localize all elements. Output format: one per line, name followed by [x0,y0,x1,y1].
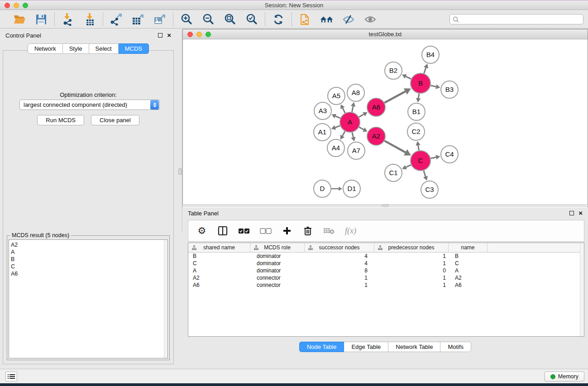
table-row[interactable]: Bdominator41B [188,253,584,260]
vertical-split-handle[interactable] [178,168,182,175]
cell-shared-name[interactable]: A [188,267,250,274]
table-row[interactable]: Cdominator41C [188,260,584,267]
horizontal-split-divider[interactable] [182,204,588,207]
cell-predecessor-nodes[interactable]: 1 [374,253,449,259]
run-mcds-button[interactable]: Run MCDS [37,115,84,125]
import-table-icon[interactable] [83,13,96,26]
graph-node-A5[interactable]: A5 [328,87,345,105]
graph-node-A4[interactable]: A4 [327,139,344,157]
graph-node-C2[interactable]: C2 [407,123,425,140]
cell-MCDS-role[interactable]: dominator [250,253,305,259]
result-item[interactable]: C [11,263,167,270]
cell-MCDS-role[interactable]: dominator [250,260,305,267]
cell-predecessor-nodes[interactable]: 1 [374,275,449,281]
cell-shared-name[interactable]: A2 [188,275,250,281]
tab-network[interactable]: Network [28,43,63,54]
zoom-out-icon[interactable] [201,13,215,26]
memory-button[interactable]: Memory [545,372,584,381]
graph-node-B2[interactable]: B2 [385,62,402,79]
column-header-shared-name[interactable]: shared name [188,243,250,252]
refresh-icon[interactable] [272,13,285,26]
column-header-MCDS-role[interactable]: MCDS role [250,243,305,252]
graph-node-D[interactable]: D [314,180,331,197]
mcds-result-list[interactable]: A2ABCA6 [9,239,168,358]
result-item[interactable]: A [11,248,167,256]
cell-successor-nodes[interactable]: 4 [305,260,374,267]
close-panel-button[interactable]: Close panel [91,115,139,125]
result-item[interactable]: A2 [11,241,167,248]
graph-node-B4[interactable]: B4 [422,46,439,63]
tab-motifs[interactable]: Motifs [440,342,471,352]
cell-shared-name[interactable]: C [188,260,250,267]
tab-mcds[interactable]: MCDS [119,43,149,54]
cell-successor-nodes[interactable]: 8 [305,267,374,274]
float-panel-icon[interactable] [158,33,163,38]
show-columns-icon[interactable] [217,224,228,237]
graph-node-A6[interactable]: A6 [367,98,385,116]
table-row[interactable]: A6connector11A6 [188,281,584,289]
new-network-file-icon[interactable] [298,13,312,26]
graph-node-A8[interactable]: A8 [347,84,364,101]
column-header-predecessor-nodes[interactable]: predecessor nodes [374,243,449,252]
export-table-icon[interactable] [131,13,145,26]
delete-column-icon[interactable] [302,224,313,237]
tab-node-table[interactable]: Node Table [299,342,344,352]
graph-node-C4[interactable]: C4 [441,146,458,163]
cell-successor-nodes[interactable]: 1 [305,275,374,281]
result-scrollbar[interactable] [164,240,167,358]
graph-node-A7[interactable]: A7 [348,142,365,159]
table-row[interactable]: Adominator80A [188,267,584,274]
task-history-button[interactable] [5,372,17,381]
cell-MCDS-role[interactable]: connector [250,275,305,281]
tab-select[interactable]: Select [89,43,119,54]
float-table-panel-icon[interactable] [569,211,574,215]
graph-node-B[interactable]: B [411,73,430,93]
table-settings-gear-icon[interactable]: ⚙ [196,224,207,237]
open-session-icon[interactable] [13,13,26,26]
graph-node-B3[interactable]: B3 [441,81,458,98]
result-item[interactable]: B [11,256,167,263]
cell-successor-nodes[interactable]: 4 [305,253,374,259]
cell-name[interactable]: B [449,253,488,259]
horizontal-split-handle[interactable] [382,204,389,207]
import-network-icon[interactable] [61,13,75,26]
criterion-dropdown[interactable]: largest connected component (directed) [19,100,160,110]
zoom-in-icon[interactable] [180,13,193,26]
graph-node-A3[interactable]: A3 [314,102,331,119]
cell-shared-name[interactable]: A6 [188,282,250,288]
table-row[interactable]: A2connector11A2 [188,274,584,281]
save-session-icon[interactable] [34,13,48,26]
graph-node-D1[interactable]: D1 [343,180,360,197]
network-canvas[interactable]: B4B2BB3A5A8A6A3B1AA1C2A2A4A7CC4C1C3DD1 [183,40,587,231]
zoom-fit-icon[interactable] [223,13,237,26]
graph-node-C3[interactable]: C3 [421,181,438,198]
deselect-all-columns-icon[interactable] [260,224,272,237]
column-header-successor-nodes[interactable]: successor nodes [305,243,374,252]
home-networks-icon[interactable] [320,13,334,26]
zoom-selected-icon[interactable] [245,13,258,26]
cell-name[interactable]: A2 [449,275,488,281]
cell-name[interactable]: A [449,267,488,274]
graph-node-C1[interactable]: C1 [385,164,402,181]
tab-style[interactable]: Style [63,43,89,54]
cell-shared-name[interactable]: B [188,253,250,259]
show-details-icon[interactable] [363,13,377,26]
export-network-icon[interactable] [110,13,123,26]
graph-node-A2[interactable]: A2 [367,127,385,145]
table-scrollbar[interactable] [580,243,584,336]
graph-node-A[interactable]: A [340,112,360,132]
cell-MCDS-role[interactable]: connector [250,282,305,288]
cell-predecessor-nodes[interactable]: 1 [374,282,449,288]
hide-details-icon[interactable] [342,13,355,26]
export-image-icon[interactable] [153,13,167,26]
cell-successor-nodes[interactable]: 1 [305,282,374,288]
column-header-name[interactable]: name [449,243,488,252]
cell-name[interactable]: A6 [449,282,488,288]
tab-edge-table[interactable]: Edge Table [344,342,388,352]
cell-name[interactable]: C [449,260,488,267]
select-all-columns-icon[interactable] [238,224,250,237]
result-item[interactable]: A6 [11,270,167,277]
cell-MCDS-role[interactable]: dominator [250,267,305,274]
close-panel-icon[interactable]: × [167,33,171,38]
graph-node-B1[interactable]: B1 [408,103,425,120]
